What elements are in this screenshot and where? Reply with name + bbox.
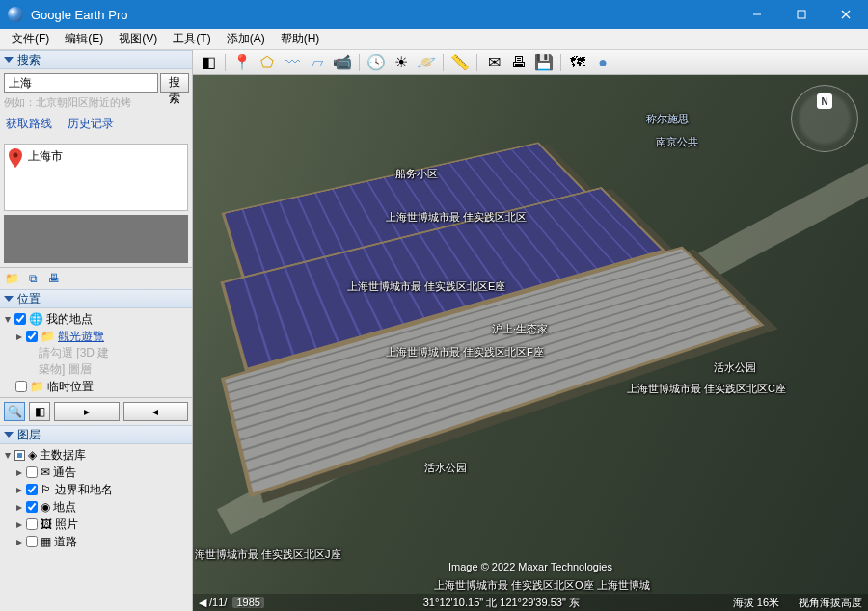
layer-places[interactable]: ▸ ◉ 地点 xyxy=(4,498,188,516)
expand-icon[interactable]: ▸ xyxy=(15,535,23,548)
collapse-icon xyxy=(4,57,14,63)
search-input[interactable] xyxy=(4,73,158,93)
maximize-button[interactable] xyxy=(779,0,824,29)
places-checkbox[interactable] xyxy=(26,501,38,513)
history-slider-icon[interactable]: ◀ /11/ xyxy=(199,597,227,609)
svg-rect-1 xyxy=(798,11,805,18)
view-in-maps-button[interactable]: 🗺 xyxy=(566,52,589,73)
ruler-button[interactable]: 📏 xyxy=(448,52,472,73)
collapse-icon xyxy=(4,432,14,438)
path-button[interactable]: 〰 xyxy=(281,52,304,73)
tree-sightseeing[interactable]: ▸ 📁 觀光遊覽 xyxy=(4,328,188,345)
compass[interactable]: N xyxy=(791,85,858,152)
notices-checkbox[interactable] xyxy=(26,466,38,478)
layer-main-db[interactable]: ▾ ◈ 主数据库 xyxy=(4,446,188,464)
map-viewport[interactable]: 称尔施思 南京公共 船务小区 上海世博城市最 佳实践区北区 上海世博城市最 佳实… xyxy=(193,75,868,611)
window-title: Google Earth Pro xyxy=(31,8,735,22)
print-icon[interactable]: 🖶 xyxy=(46,271,62,286)
photo-icon: 🖼 xyxy=(41,518,52,531)
places-panel-title: 位置 xyxy=(17,291,41,307)
earth-button[interactable]: ● xyxy=(591,52,614,73)
imagery-year[interactable]: 1985 xyxy=(232,597,263,608)
app-icon xyxy=(8,7,23,22)
expand-icon[interactable]: ▾ xyxy=(4,312,12,326)
layer-hint: 築物] 圖層 xyxy=(39,361,188,378)
imagery-attribution: Image © 2022 Maxar Technologies xyxy=(448,561,612,572)
layer-roads[interactable]: ▸ ▦ 道路 xyxy=(4,533,188,550)
search-panel-header[interactable]: 搜索 xyxy=(0,50,192,69)
search-result[interactable]: 上海市 xyxy=(4,144,188,211)
mail-icon: ✉ xyxy=(41,465,50,479)
notices-label: 通告 xyxy=(53,465,76,481)
search-hint: 例如：北京朝阳区附近的烤 xyxy=(4,95,188,110)
expand-icon[interactable]: ▸ xyxy=(15,500,23,514)
play-tour-button[interactable]: ▸ xyxy=(54,402,120,421)
stop-tour-button[interactable]: ◂ xyxy=(123,402,189,421)
roads-label: 道路 xyxy=(54,534,77,550)
borders-checkbox[interactable] xyxy=(26,484,38,495)
expand-icon[interactable]: ▸ xyxy=(15,330,23,343)
image-overlay-button[interactable]: ▱ xyxy=(306,52,329,73)
directions-link[interactable]: 获取路线 xyxy=(6,116,52,132)
sunlight-button[interactable]: ☀ xyxy=(390,52,413,73)
record-tour-button[interactable]: 📹 xyxy=(331,52,354,73)
temp-checkbox[interactable] xyxy=(15,381,27,392)
road-icon: ▦ xyxy=(41,535,51,548)
placemark-button[interactable]: 📍 xyxy=(231,52,254,73)
search-places-button[interactable]: 🔍 xyxy=(4,402,25,421)
compass-north: N xyxy=(817,93,832,109)
menu-tools[interactable]: 工具(T) xyxy=(165,29,218,49)
titlebar: Google Earth Pro xyxy=(0,0,868,29)
eye-altitude: 视角海拔高度 xyxy=(799,596,862,610)
coordinates: 31°12'10.15" 北 121°29'39.53" 东 xyxy=(270,596,733,610)
sidebar: 搜索 搜索 例如：北京朝阳区附近的烤 获取路线 历史记录 上海市 📁 ⧉ 🖶 xyxy=(0,50,193,611)
temp-label: 临时位置 xyxy=(47,379,94,395)
hide-sidebar-button[interactable]: ◧ xyxy=(197,52,220,73)
photos-checkbox[interactable] xyxy=(26,518,38,530)
copy-icon[interactable]: ⧉ xyxy=(25,271,41,286)
layers-panel-title: 图层 xyxy=(17,427,41,443)
globe-icon: 🌐 xyxy=(29,312,43,326)
menu-file[interactable]: 文件(F) xyxy=(4,29,57,49)
layer-hint: 請勾選 [3D 建 xyxy=(39,345,188,361)
my-places-checkbox[interactable] xyxy=(14,313,26,325)
planet-button[interactable]: 🪐 xyxy=(415,52,438,73)
main-db-label: 主数据库 xyxy=(40,447,86,464)
layers-panel-header[interactable]: 图层 xyxy=(0,425,192,444)
search-button[interactable]: 搜索 xyxy=(160,73,189,93)
sightseeing-checkbox[interactable] xyxy=(26,331,38,342)
panel-toggle-button[interactable]: ◧ xyxy=(29,402,50,421)
layer-borders[interactable]: ▸ 🏳 边界和地名 xyxy=(4,481,188,498)
menu-help[interactable]: 帮助(H) xyxy=(273,29,328,49)
place-icon: ◉ xyxy=(41,500,50,514)
tree-temp[interactable]: 📁 临时位置 xyxy=(4,378,188,395)
layer-notices[interactable]: ▸ ✉ 通告 xyxy=(4,464,188,481)
menu-edit[interactable]: 编辑(E) xyxy=(57,29,111,49)
roads-checkbox[interactable] xyxy=(26,536,38,547)
main-toolbar: ◧ 📍 ⬠ 〰 ▱ 📹 🕓 ☀ 🪐 📏 ✉ 🖶 💾 🗺 ● xyxy=(193,50,868,75)
print-button[interactable]: 🖶 xyxy=(507,52,530,73)
history-link[interactable]: 历史记录 xyxy=(68,116,114,132)
minimize-button[interactable] xyxy=(735,0,779,29)
pin-icon xyxy=(9,148,22,168)
layer-photos[interactable]: ▸ 🖼 照片 xyxy=(4,516,188,533)
sightseeing-label[interactable]: 觀光遊覽 xyxy=(58,329,104,345)
elevation: 海拔 16米 xyxy=(733,596,779,610)
save-image-button[interactable]: 💾 xyxy=(532,52,556,73)
expand-icon[interactable]: ▸ xyxy=(15,483,23,496)
polygon-button[interactable]: ⬠ xyxy=(256,52,279,73)
menu-add[interactable]: 添加(A) xyxy=(219,29,273,49)
collapse-icon xyxy=(4,296,14,302)
places-panel-header[interactable]: 位置 xyxy=(0,289,192,308)
expand-icon[interactable]: ▸ xyxy=(15,518,23,531)
flag-icon: 🏳 xyxy=(41,483,52,496)
tree-my-places[interactable]: ▾ 🌐 我的地点 xyxy=(4,310,188,328)
expand-icon[interactable]: ▸ xyxy=(15,465,23,479)
menu-view[interactable]: 视图(V) xyxy=(111,29,165,49)
expand-icon[interactable]: ▾ xyxy=(4,448,12,462)
mixed-checkbox[interactable] xyxy=(14,450,25,461)
close-button[interactable] xyxy=(824,0,868,29)
add-folder-icon[interactable]: 📁 xyxy=(4,271,19,286)
history-button[interactable]: 🕓 xyxy=(365,52,388,73)
email-button[interactable]: ✉ xyxy=(482,52,505,73)
